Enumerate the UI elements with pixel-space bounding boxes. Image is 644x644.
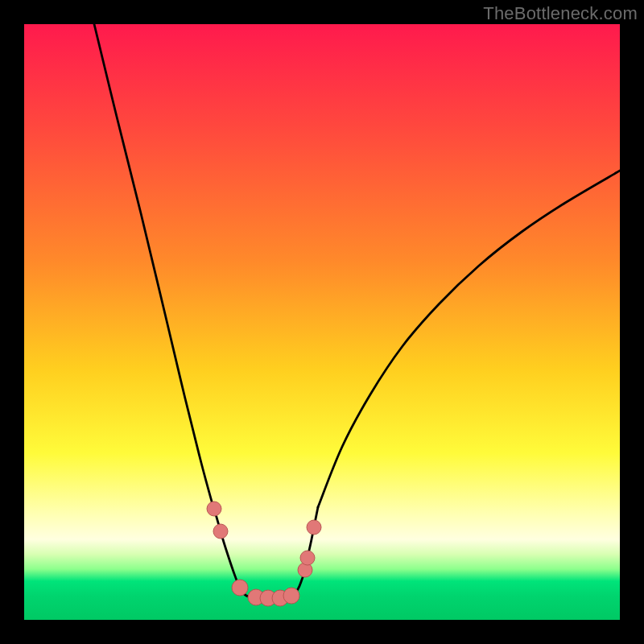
curve-right-branch xyxy=(318,171,620,507)
curve-left-branch xyxy=(94,24,318,598)
data-marker xyxy=(283,588,299,604)
plot-area xyxy=(24,24,620,620)
chart-frame: TheBottleneck.com xyxy=(0,0,644,644)
curve-layer xyxy=(24,24,620,620)
data-marker xyxy=(213,524,228,539)
data-marker xyxy=(207,502,221,516)
data-marker xyxy=(300,551,315,565)
data-marker xyxy=(307,520,321,535)
data-marker xyxy=(232,580,248,596)
watermark-text: TheBottleneck.com xyxy=(483,3,638,24)
data-markers xyxy=(207,502,321,606)
